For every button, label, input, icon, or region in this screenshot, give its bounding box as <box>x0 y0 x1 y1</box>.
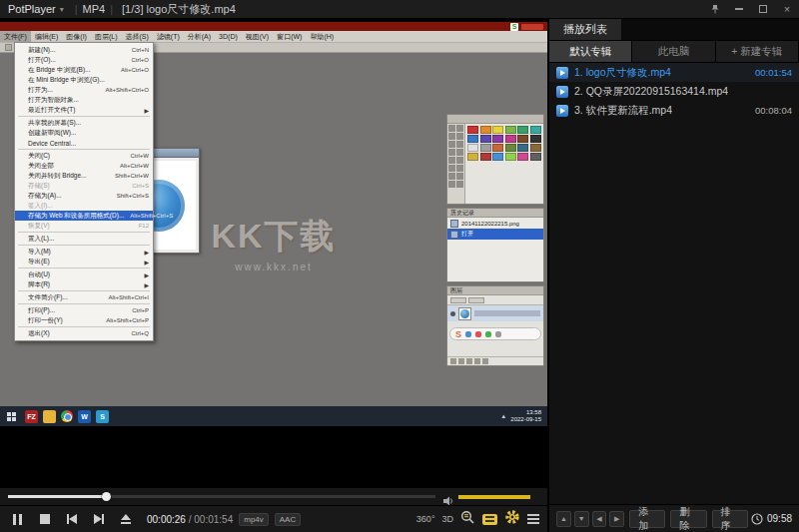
minimize-button[interactable] <box>727 0 751 18</box>
file-menu-item[interactable]: 脚本(R)▶ <box>15 279 153 289</box>
stop-button[interactable] <box>31 506 58 532</box>
ps-tool-icon[interactable] <box>448 181 455 188</box>
ps-menu-item[interactable]: 编辑(E) <box>31 31 62 42</box>
close-button[interactable]: × <box>775 0 799 18</box>
ps-menu-item[interactable]: 3D(D) <box>215 31 242 42</box>
file-menu-item[interactable]: 存储为(A)...Shift+Ctrl+S <box>15 191 153 201</box>
ps-menu-item[interactable]: 图层(L) <box>91 31 122 42</box>
ps-tool-icon[interactable] <box>456 157 463 164</box>
file-menu-item[interactable]: 导入(M)▶ <box>15 247 153 257</box>
pause-button[interactable] <box>4 506 31 532</box>
prev-list-button[interactable]: ◀ <box>592 511 607 527</box>
file-menu-item[interactable]: 打开(O)...Ctrl+O <box>15 55 153 65</box>
color-swatch[interactable] <box>517 135 528 143</box>
ps-tool-icon[interactable] <box>456 165 463 172</box>
ps-tool-icon[interactable] <box>456 133 463 140</box>
next-button[interactable] <box>85 506 112 532</box>
color-swatch[interactable] <box>480 153 491 161</box>
color-swatch[interactable] <box>480 144 491 152</box>
tab-new-album[interactable]: + 新建专辑 <box>716 41 799 62</box>
color-swatch[interactable] <box>517 144 528 152</box>
color-swatch[interactable] <box>530 144 541 152</box>
file-menu-item[interactable]: 打印(P)...Ctrl+P <box>15 305 153 315</box>
playlist-item[interactable]: 3. 软件更新流程.mp4 00:08:04 <box>549 101 799 120</box>
color-swatch[interactable] <box>530 126 541 134</box>
file-menu-item[interactable]: 关闭(C)Ctrl+W <box>15 151 153 161</box>
file-menu-item[interactable]: 置入(L)... <box>15 234 153 244</box>
ps-menu-item[interactable]: 文件(F) <box>0 31 31 42</box>
ps-tool-icon[interactable] <box>448 157 455 164</box>
file-menu-item[interactable]: 导出(E)▶ <box>15 257 153 266</box>
file-menu-item[interactable]: 恢复(V)F12 <box>15 221 153 231</box>
file-menu-item[interactable]: 关闭并转到 Bridge...Shift+Ctrl+W <box>15 171 153 181</box>
ps-menu-item[interactable]: 帮助(H) <box>306 31 338 42</box>
color-swatch[interactable] <box>505 126 516 134</box>
playlist-item[interactable]: 2. QQ录屏20220915163414.mp4 <box>549 82 799 101</box>
taskbar-app-icon[interactable] <box>43 410 56 423</box>
app-logo-text[interactable]: PotPlayer <box>0 3 60 15</box>
color-swatch[interactable] <box>480 126 491 134</box>
ps-tool-icon[interactable] <box>456 149 463 156</box>
ps-menu-item[interactable]: 窗口(W) <box>273 31 306 42</box>
pin-button[interactable] <box>703 0 727 18</box>
color-swatch[interactable] <box>492 153 503 161</box>
ps-tool-icon[interactable] <box>448 125 455 132</box>
ps-tool-icon[interactable] <box>456 181 463 188</box>
file-menu-item[interactable]: 打开为...Alt+Shift+Ctrl+O <box>15 85 153 95</box>
file-menu-item[interactable]: 在 Bridge 中浏览(B)...Alt+Ctrl+O <box>15 65 153 75</box>
ps-layer-row[interactable] <box>447 305 543 321</box>
ps-menu-item[interactable]: 分析(A) <box>184 31 215 42</box>
file-menu-item[interactable]: 签入(I)... <box>15 201 153 211</box>
ps-tool-icon[interactable] <box>448 165 455 172</box>
color-swatch[interactable] <box>517 126 528 134</box>
menu-button[interactable] <box>527 514 539 524</box>
color-swatch[interactable] <box>505 135 516 143</box>
color-swatch[interactable] <box>492 135 503 143</box>
file-menu-item[interactable]: 共享我的屏幕(S)... <box>15 118 153 128</box>
color-swatch[interactable] <box>492 126 503 134</box>
settings-button[interactable] <box>504 509 520 529</box>
file-menu-item[interactable]: 自动(U)▶ <box>15 269 153 279</box>
layer-visibility-icon[interactable] <box>450 311 455 316</box>
file-menu-item[interactable]: 在 Mini Bridge 中浏览(G)... <box>15 75 153 85</box>
color-swatch[interactable] <box>517 153 528 161</box>
video-display[interactable]: S 文件(F)编辑(E)图像(I)图层(L)选择(S)滤镜(T)分析(A)3D(… <box>0 19 547 488</box>
file-menu-item[interactable]: 创建新审阅(W)... <box>15 128 153 138</box>
seek-bar[interactable] <box>8 495 435 498</box>
ps-history-file-row[interactable]: 20141122022215.png <box>447 218 543 229</box>
file-menu-item[interactable]: 新建(N)...Ctrl+N <box>15 45 153 55</box>
ps-history-step-row[interactable]: 打开 <box>447 229 543 240</box>
ps-tool-icon[interactable] <box>456 141 463 148</box>
volume-slider[interactable] <box>458 495 530 499</box>
ps-tool-icon[interactable] <box>448 133 455 140</box>
file-menu-item[interactable]: 文件简介(F)...Alt+Shift+Ctrl+I <box>15 292 153 302</box>
maximize-button[interactable] <box>751 0 775 18</box>
ps-menu-item[interactable]: 滤镜(T) <box>153 31 184 42</box>
file-menu-item[interactable]: 最近打开文件(T)▶ <box>15 105 153 115</box>
file-menu-item[interactable]: 存储(S)Ctrl+S <box>15 181 153 191</box>
remove-button[interactable]: 删除 <box>670 510 706 528</box>
ps-menu-item[interactable]: 图像(I) <box>62 31 91 42</box>
file-menu-item[interactable]: Device Central... <box>15 138 153 148</box>
color-swatch[interactable] <box>530 153 541 161</box>
taskbar-app-icon[interactable]: W <box>78 410 91 423</box>
stereo-3d-button[interactable]: 3D <box>441 514 453 524</box>
chrome-icon[interactable] <box>61 410 73 422</box>
color-swatch[interactable] <box>467 144 478 152</box>
color-swatch[interactable] <box>492 144 503 152</box>
ps-menu-item[interactable]: 选择(S) <box>121 31 152 42</box>
app-menu-caret-icon[interactable]: ▾ <box>60 5 64 14</box>
color-swatch[interactable] <box>505 144 516 152</box>
previous-button[interactable] <box>58 506 85 532</box>
playlist-item[interactable]: 1. logo尺寸修改.mp4 00:01:54 <box>549 63 799 82</box>
ps-tool-icon[interactable] <box>448 141 455 148</box>
taskbar-app-icon[interactable]: FZ <box>25 410 38 423</box>
file-menu-item[interactable]: 打开为智能对象... <box>15 95 153 105</box>
next-list-button[interactable]: ▶ <box>609 511 624 527</box>
ps-menu-item[interactable]: 视图(V) <box>242 31 273 42</box>
file-menu-item[interactable]: 打印一份(Y)Alt+Shift+Ctrl+P <box>15 315 153 325</box>
file-menu-item[interactable]: 存储为 Web 和设备所用格式(D)...Alt+Shift+Ctrl+S <box>15 211 153 221</box>
color-swatch[interactable] <box>467 153 478 161</box>
ps-tool-icon[interactable] <box>448 173 455 180</box>
ps-tool-icon[interactable] <box>456 173 463 180</box>
